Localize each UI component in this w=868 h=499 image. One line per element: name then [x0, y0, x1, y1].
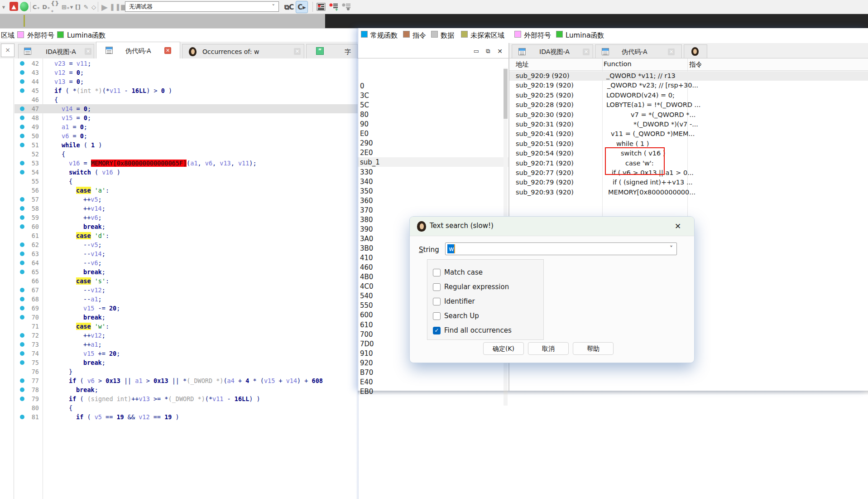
code-line-57[interactable]: 57++v5; [14, 195, 358, 204]
function-list-item[interactable]: B70 [360, 368, 373, 377]
breakpoint-dot[interactable] [20, 252, 24, 256]
breakpoint-disable-icon[interactable] [341, 1, 351, 12]
create-struct-icon[interactable]: {}₊ [51, 1, 61, 12]
occurrence-row[interactable]: sub_920:28 (920)LOBYTE(a1) = !*(_DWORD .… [509, 100, 868, 110]
checkbox-match-case[interactable] [433, 269, 441, 276]
tab-ida-view-a[interactable]: IDA视图-A ✕ [18, 44, 94, 58]
code-line-77[interactable]: 77if ( v6 > 0x13 || a1 > 0x13 || *(_DWOR… [14, 376, 358, 385]
column-header-address[interactable]: 地址 [516, 60, 529, 69]
tab-pseudocode-a-right[interactable]: 伪代码-A ✕ [595, 44, 682, 58]
breakpoint-dot[interactable] [20, 306, 24, 310]
toolbar-dropdown-caret-icon[interactable]: ▾ [0, 1, 7, 12]
navigation-band[interactable] [0, 14, 325, 28]
checkbox-search-up[interactable] [433, 312, 441, 320]
breakpoint-dot[interactable] [20, 242, 24, 247]
create-function-icon[interactable]: C₊ [32, 1, 41, 12]
code-line-65[interactable]: 65break; [14, 267, 358, 276]
grid-add-caret-icon[interactable]: ▾ [69, 1, 74, 12]
tab-pseudocode-a[interactable]: 伪代码-A ✕ [96, 42, 180, 58]
search-string-combobox[interactable]: w ˅ [445, 242, 677, 255]
occurrence-row[interactable]: sub_920:9 (920)_QWORD *v11; // r13 [509, 71, 868, 81]
breakpoint-dot[interactable] [20, 134, 24, 138]
tab-ida-view-a-right[interactable]: IDA视图-A ✕ [512, 44, 593, 58]
column-header-instruction[interactable]: 指令 [689, 60, 701, 69]
function-list-item[interactable]: 550 [360, 301, 373, 310]
debug-play-icon[interactable]: ▶ [100, 1, 110, 12]
code-line-80[interactable]: 80{ [14, 403, 358, 412]
code-line-61[interactable]: 61case 'd': [14, 231, 358, 240]
breakpoint-dot[interactable] [20, 170, 24, 174]
occurrence-row[interactable]: sub_920:19 (920)_QWORD *v23; // [rsp+30.… [509, 81, 868, 90]
debugger-selector[interactable]: 无调试器 ˅ [125, 1, 279, 12]
code-line-63[interactable]: 63--v14; [14, 249, 358, 258]
function-list-item[interactable]: 380 [360, 216, 373, 224]
function-list-item[interactable]: sub_1 [360, 158, 380, 166]
code-line-60[interactable]: 60break; [14, 222, 358, 231]
dialog-titlebar[interactable]: Text search (slow!) ✕ [410, 217, 694, 236]
breakpoint-dot[interactable] [20, 215, 24, 220]
column-header-function[interactable]: Function [604, 60, 632, 68]
function-list-item[interactable]: 460 [360, 263, 373, 271]
occurrence-row[interactable]: sub_920:77 (920)if ( v6 > 0x13 || a1 > 0… [509, 168, 868, 178]
checkbox-identifier[interactable] [433, 298, 441, 305]
function-list-item[interactable]: 600 [360, 311, 373, 319]
tab-close-icon[interactable]: ✕ [583, 48, 590, 55]
function-list-item[interactable]: 360 [360, 197, 373, 205]
function-list-item[interactable]: 80 [360, 111, 369, 119]
function-list-item[interactable]: E0 [360, 130, 369, 138]
c-file-icon[interactable]: ⧉C [283, 1, 295, 13]
code-line-49[interactable]: 49a1 = 0; [14, 122, 358, 131]
code-line-55[interactable]: 55{ [14, 177, 358, 186]
tab-strings-partial[interactable]: ” 字 [306, 44, 358, 58]
function-list-item[interactable]: 700 [360, 330, 373, 339]
breakpoint-dot[interactable] [20, 270, 24, 274]
create-data-icon[interactable]: D₊ [42, 1, 51, 12]
c-file-run-icon[interactable]: C▸ [296, 1, 308, 13]
function-list-item[interactable]: 90 [360, 120, 369, 128]
green-ball-icon[interactable] [20, 2, 29, 11]
code-line-52[interactable]: 52{ [14, 150, 358, 159]
code-line-58[interactable]: 58++v14; [14, 204, 358, 213]
code-line-53[interactable]: 53v16 = MEMORY[0x800000000000065F](a1, v… [14, 159, 358, 168]
breakpoint-dot[interactable] [20, 351, 24, 356]
code-line-69[interactable]: 69v15 -= 20; [14, 304, 358, 313]
function-list-item[interactable]: 610 [360, 321, 373, 329]
selection-brackets-icon[interactable]: [] [74, 1, 82, 12]
function-list-item[interactable]: 5C [360, 101, 369, 109]
breakpoint-dot[interactable] [20, 79, 24, 84]
function-list-item[interactable]: 540 [360, 292, 373, 300]
code-line-47[interactable]: 47v14 = 0; [14, 104, 358, 113]
code-line-74[interactable]: 74v15 += 20; [14, 349, 358, 358]
checkbox-regular-expression[interactable] [433, 283, 441, 291]
breakpoint-add-icon[interactable]: ＋ [329, 1, 339, 12]
function-list-item[interactable]: 910 [360, 349, 373, 358]
debug-pause-icon[interactable]: ❚❚ [110, 1, 120, 12]
function-list-item[interactable]: 390 [360, 225, 373, 233]
edit-pencil-icon[interactable]: ✎ [82, 1, 90, 12]
code-line-75[interactable]: 75break; [14, 358, 358, 367]
close-panel-button[interactable]: × [1, 44, 14, 57]
tab-close-icon[interactable]: ✕ [294, 48, 301, 55]
code-line-62[interactable]: 62--v5; [14, 240, 358, 249]
code-line-44[interactable]: 44v13 = 0; [14, 77, 358, 86]
breakpoint-dot[interactable] [20, 70, 24, 75]
breakpoint-dot[interactable] [20, 342, 24, 347]
dialog-button-1[interactable]: 取消 [528, 342, 569, 355]
breakpoint-dot[interactable] [20, 261, 24, 265]
occurrence-row[interactable]: sub_920:31 (920)*(_DWORD *)(v7 -... [509, 120, 868, 129]
scrollbar-thumb[interactable] [504, 69, 508, 119]
checkbox-find-all-occurrences[interactable]: ✓ [433, 327, 441, 334]
breakpoint-dot[interactable] [20, 143, 24, 147]
function-list-item[interactable]: 920 [360, 359, 373, 367]
code-line-71[interactable]: 71case 'w': [14, 322, 358, 331]
breakpoint-dot[interactable] [20, 224, 24, 229]
tab-occurrences[interactable]: Occurrences of: w ✕ [182, 44, 304, 58]
breakpoint-dot[interactable] [20, 116, 24, 120]
breakpoint-dot[interactable] [20, 397, 24, 401]
breakpoint-dot[interactable] [20, 378, 24, 383]
tab-occurrences-right[interactable] [684, 44, 707, 58]
dialog-button-2[interactable]: 帮助 [573, 342, 614, 355]
breakpoint-dot[interactable] [20, 88, 24, 93]
pseudocode-panel[interactable]: 42v23 = v11;43v12 = 0;44v13 = 0;45if ( *… [0, 58, 358, 499]
function-list-item[interactable]: 3B0 [360, 244, 373, 252]
